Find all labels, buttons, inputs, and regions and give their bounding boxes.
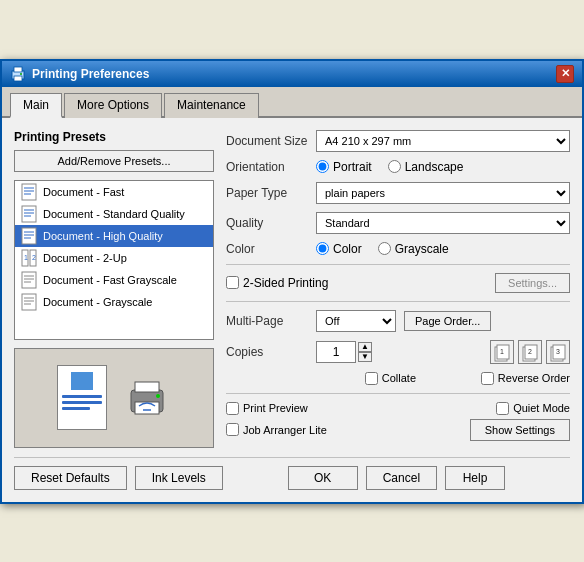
title-text: Printing Preferences: [32, 67, 149, 81]
grayscale-option-text: Grayscale: [395, 242, 449, 256]
preset-doc-icon-5: [21, 271, 37, 289]
reverse-order-label[interactable]: Reverse Order: [481, 372, 570, 385]
svg-text:1: 1: [500, 348, 504, 355]
tab-maintenance[interactable]: Maintenance: [164, 93, 259, 118]
document-size-select[interactable]: A4 210 x 297 mm A3 Letter: [316, 130, 570, 152]
copies-decrement-button[interactable]: ▼: [358, 352, 372, 362]
title-bar-left: Printing Preferences: [10, 66, 149, 82]
tab-more-options[interactable]: More Options: [64, 93, 162, 118]
print-preview-text: Print Preview: [243, 402, 308, 414]
quiet-mode-text: Quiet Mode: [513, 402, 570, 414]
document-size-control: A4 210 x 297 mm A3 Letter: [316, 130, 570, 152]
multi-page-label: Multi-Page: [226, 314, 316, 328]
orientation-landscape-radio[interactable]: [388, 160, 401, 173]
print-preview-checkbox[interactable]: [226, 402, 239, 415]
orientation-portrait-radio[interactable]: [316, 160, 329, 173]
copy-icon-1: 1: [490, 340, 514, 364]
two-sided-label: 2-Sided Printing: [243, 276, 328, 290]
two-sided-checkbox[interactable]: [226, 276, 239, 289]
preset-standard[interactable]: Document - Standard Quality: [15, 203, 213, 225]
title-bar: Printing Preferences ✕: [2, 61, 582, 87]
left-panel: Printing Presets Add/Remove Presets... D…: [14, 130, 214, 449]
document-preview: [57, 365, 107, 430]
orientation-landscape-text: Landscape: [405, 160, 464, 174]
svg-rect-2: [14, 67, 22, 72]
reset-defaults-button[interactable]: Reset Defaults: [14, 466, 127, 490]
orientation-portrait-text: Portrait: [333, 160, 372, 174]
job-arranger-text: Job Arranger Lite: [243, 424, 327, 436]
close-button[interactable]: ✕: [556, 65, 574, 83]
color-option-label[interactable]: Color: [316, 242, 362, 256]
orientation-control: Portrait Landscape: [316, 160, 570, 174]
preset-high[interactable]: Document - High Quality: [15, 225, 213, 247]
svg-text:3: 3: [556, 348, 560, 355]
svg-rect-29: [135, 382, 159, 392]
copies-label: Copies: [226, 345, 316, 359]
reverse-order-checkbox[interactable]: [481, 372, 494, 385]
doc-line-2: [62, 401, 102, 404]
preset-doc-icon-6: [21, 293, 37, 311]
svg-rect-30: [135, 402, 159, 414]
paper-type-control: plain papers Matte Glossy: [316, 182, 570, 204]
grayscale-radio[interactable]: [378, 242, 391, 255]
collate-reverse-row: Collate Reverse Order: [226, 372, 570, 385]
svg-point-31: [156, 394, 160, 398]
orientation-landscape-label[interactable]: Landscape: [388, 160, 464, 174]
grayscale-option-label[interactable]: Grayscale: [378, 242, 449, 256]
preset-doc-icon-2: [21, 205, 37, 223]
preset-fast-label: Document - Fast: [43, 186, 124, 198]
preset-standard-label: Document - Standard Quality: [43, 208, 185, 220]
copies-input[interactable]: [316, 341, 356, 363]
print-preview-label-wrap[interactable]: Print Preview: [226, 402, 308, 415]
add-remove-presets-button[interactable]: Add/Remove Presets...: [14, 150, 214, 172]
two-sided-left: 2-Sided Printing: [226, 276, 328, 290]
main-window: Printing Preferences ✕ Main More Options…: [0, 59, 584, 504]
two-sided-row: 2-Sided Printing Settings...: [226, 273, 570, 293]
copies-row: Copies ▲ ▼ 1: [226, 340, 570, 364]
svg-rect-8: [22, 206, 36, 222]
copies-increment-button[interactable]: ▲: [358, 342, 372, 352]
svg-rect-24: [22, 294, 36, 310]
svg-text:1: 1: [24, 254, 28, 261]
job-arranger-show-settings-row: Job Arranger Lite Show Settings: [226, 419, 570, 441]
help-button[interactable]: Help: [445, 466, 505, 490]
preset-doc-icon-4: 12: [21, 249, 37, 267]
color-option-text: Color: [333, 242, 362, 256]
quiet-mode-checkbox[interactable]: [496, 402, 509, 415]
quality-select[interactable]: Standard High Draft: [316, 212, 570, 234]
job-arranger-label-wrap[interactable]: Job Arranger Lite: [226, 423, 327, 436]
printer-title-icon: [10, 66, 26, 82]
footer-buttons: Reset Defaults Ink Levels OK Cancel Help: [14, 457, 570, 490]
two-sided-settings-button[interactable]: Settings...: [495, 273, 570, 293]
paper-type-select[interactable]: plain papers Matte Glossy: [316, 182, 570, 204]
ink-levels-button[interactable]: Ink Levels: [135, 466, 223, 490]
quality-control: Standard High Draft: [316, 212, 570, 234]
page-order-button[interactable]: Page Order...: [404, 311, 491, 331]
quiet-mode-label-wrap[interactable]: Quiet Mode: [496, 402, 570, 415]
doc-preview-image: [71, 372, 93, 390]
collate-text: Collate: [382, 372, 416, 384]
color-radio[interactable]: [316, 242, 329, 255]
preset-2up[interactable]: 12 Document - 2-Up: [15, 247, 213, 269]
preset-doc-icon-3: [21, 227, 37, 245]
cancel-button[interactable]: Cancel: [366, 466, 437, 490]
ok-button[interactable]: OK: [288, 466, 358, 490]
preset-gray[interactable]: Document - Grayscale: [15, 291, 213, 313]
quality-label: Quality: [226, 216, 316, 230]
multi-page-select[interactable]: Off 2-Up 4-Up: [316, 310, 396, 332]
color-row: Color Color Grayscale: [226, 242, 570, 256]
svg-text:2: 2: [528, 348, 532, 355]
collate-label[interactable]: Collate: [365, 372, 416, 385]
job-arranger-checkbox[interactable]: [226, 423, 239, 436]
preset-fast-gray-label: Document - Fast Grayscale: [43, 274, 177, 286]
preset-fast[interactable]: Document - Fast: [15, 181, 213, 203]
copies-spinner: ▲ ▼: [358, 342, 372, 362]
doc-line-3: [62, 407, 90, 410]
orientation-portrait-label[interactable]: Portrait: [316, 160, 372, 174]
collate-checkbox[interactable]: [365, 372, 378, 385]
tab-main[interactable]: Main: [10, 93, 62, 118]
show-settings-button[interactable]: Show Settings: [470, 419, 570, 441]
preview-quiet-row: Print Preview Quiet Mode: [226, 402, 570, 415]
preset-fast-gray[interactable]: Document - Fast Grayscale: [15, 269, 213, 291]
presets-title: Printing Presets: [14, 130, 214, 144]
